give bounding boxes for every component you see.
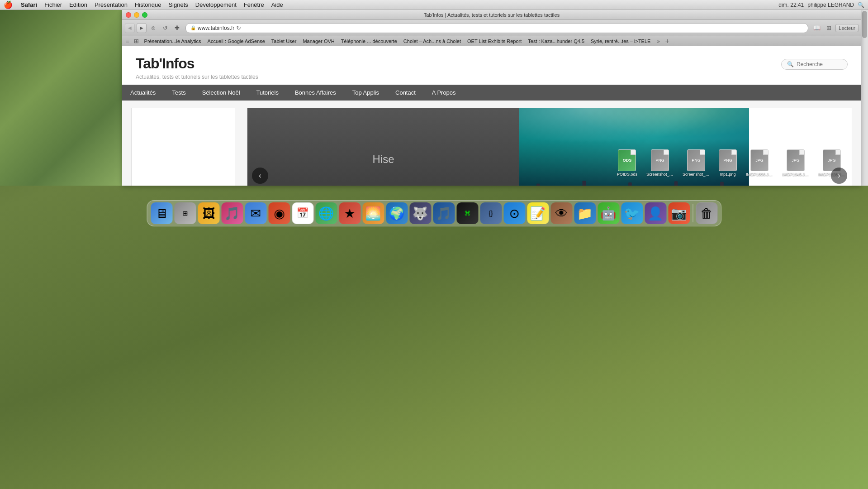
bookmark-add-button[interactable]: + bbox=[664, 37, 671, 45]
svg-rect-14 bbox=[720, 182, 724, 186]
dock-trash[interactable]: 🗑 bbox=[696, 202, 717, 224]
dock-itunes[interactable]: 🎵 bbox=[221, 202, 243, 224]
menubar-user: philippe LEGRAND bbox=[807, 2, 854, 8]
grid-view-icon[interactable]: ⊞ bbox=[132, 38, 141, 44]
file-poids[interactable]: ODS POIDS.ods bbox=[617, 149, 637, 177]
dock-mail[interactable]: ✉ bbox=[245, 202, 266, 224]
reload-icon[interactable]: ↺ bbox=[160, 23, 170, 33]
dock-preview-app[interactable]: 👁 bbox=[550, 202, 572, 224]
menubar: 🍎 Safari Fichier Edition Présentation Hi… bbox=[0, 0, 868, 10]
site-title: Tab'Infos bbox=[136, 55, 258, 72]
dock-terminal-app[interactable]: ⌘ bbox=[456, 202, 478, 224]
file-mp1[interactable]: PNG mp1.png bbox=[719, 149, 737, 177]
dock-star-app[interactable]: ★ bbox=[339, 202, 360, 224]
file-imgp1645[interactable]: JPG IMGP1645.JPG bbox=[782, 149, 809, 177]
menubar-signets[interactable]: Signets bbox=[165, 1, 191, 8]
lock-icon: 🔒 bbox=[190, 25, 196, 30]
file-imgp1656[interactable]: JPG IMGP1656.JPG bbox=[746, 149, 773, 177]
menubar-presentation[interactable]: Présentation bbox=[91, 1, 131, 8]
site-header: Tab'Infos Actualités, tests et tutoriels… bbox=[122, 46, 861, 85]
dock-notes-app[interactable]: 📝 bbox=[527, 202, 549, 224]
dock-twitter-app[interactable]: 🐦 bbox=[621, 202, 643, 224]
dock-code-editor[interactable]: {} bbox=[480, 202, 502, 224]
dock-music-player[interactable]: 🎵 bbox=[433, 202, 455, 224]
dock-folders-app[interactable]: 📁 bbox=[574, 202, 596, 224]
search-input[interactable] bbox=[797, 61, 842, 67]
dock-globe[interactable]: 🌐 bbox=[315, 202, 337, 224]
dock-img-viewer[interactable]: 🌅 bbox=[362, 202, 384, 224]
title-bar: Tab'Infos | Actualités, tests et tutorie… bbox=[122, 10, 861, 20]
dock-calendar[interactable]: 📅 bbox=[292, 202, 313, 224]
carousel-prev-button[interactable]: ‹ bbox=[252, 168, 268, 184]
dock-earth-browser[interactable]: 🌍 bbox=[386, 202, 408, 224]
dock-separator bbox=[693, 204, 693, 222]
svg-rect-10 bbox=[536, 183, 540, 186]
bookmark-oet[interactable]: OET List Exhibits Report bbox=[465, 38, 524, 44]
svg-rect-11 bbox=[583, 180, 586, 186]
menubar-safari[interactable]: Safari bbox=[17, 1, 41, 8]
dock-safari-app[interactable]: ⊙ bbox=[503, 202, 525, 224]
menubar-aide[interactable]: Aide bbox=[268, 1, 287, 8]
grid-icon[interactable]: ⊞ bbox=[824, 23, 834, 33]
new-tab-icon[interactable]: ✚ bbox=[172, 23, 182, 33]
svg-rect-13 bbox=[674, 181, 678, 186]
nav-top-applis[interactable]: Top Applis bbox=[344, 85, 387, 101]
dock-omnifocus[interactable]: ◉ bbox=[268, 202, 290, 224]
nav-selection-noel[interactable]: Sélection Noël bbox=[194, 85, 248, 101]
bookmarks-toggle-icon[interactable]: ≡ bbox=[124, 38, 131, 44]
dock-photos-app[interactable]: 📷 bbox=[668, 202, 690, 224]
dock-user-app[interactable]: 👤 bbox=[645, 202, 666, 224]
nav-contact[interactable]: Contact bbox=[387, 85, 424, 101]
menubar-search-icon[interactable]: 🔍 bbox=[858, 2, 864, 8]
reader-button[interactable]: Lecteur bbox=[835, 24, 859, 32]
bookmarks-icon[interactable]: 📖 bbox=[812, 23, 822, 33]
share-icon[interactable]: ⎋ bbox=[148, 23, 158, 33]
nav-bonnes-affaires[interactable]: Bonnes Affaires bbox=[287, 85, 344, 101]
menubar-fichier[interactable]: Fichier bbox=[41, 1, 66, 8]
bookmark-ovh[interactable]: Manager OVH bbox=[300, 38, 337, 44]
bookmarks-more[interactable]: » bbox=[654, 38, 662, 44]
file-label-screenshot1: Screenshot_201 4-03-...-55.png bbox=[646, 172, 674, 177]
refresh-button[interactable]: ↻ bbox=[236, 24, 241, 31]
file-screenshot1[interactable]: PNG Screenshot_201 4-03-...-55.png bbox=[646, 149, 674, 177]
bookmark-adsense[interactable]: Accueil : Google AdSense bbox=[205, 38, 268, 44]
menubar-dev[interactable]: Développement bbox=[192, 1, 240, 8]
bookmark-syrie[interactable]: Syrie, rentré...tes – i>TELE bbox=[588, 38, 653, 44]
window-controls[interactable] bbox=[126, 12, 147, 18]
search-icon: 🔍 bbox=[787, 61, 794, 67]
menubar-edition[interactable]: Edition bbox=[66, 1, 91, 8]
address-text: www.tabinfos.fr bbox=[198, 25, 234, 31]
dock-wolf-app[interactable]: 🐺 bbox=[409, 202, 431, 224]
dock-gallery[interactable]: 🖼 bbox=[198, 202, 219, 224]
dock-launchpad[interactable]: ⊞ bbox=[174, 202, 196, 224]
file-icon-screenshot2: PNG bbox=[687, 149, 705, 171]
nav-actualites[interactable]: Actualités bbox=[122, 85, 164, 101]
nav-a-propos[interactable]: A Propos bbox=[424, 85, 464, 101]
nav-tests[interactable]: Tests bbox=[164, 85, 194, 101]
file-screenshot2[interactable]: PNG Screenshot_201 4-03-...-07.png bbox=[683, 149, 710, 177]
file-label-screenshot2: Screenshot_201 4-03-...-07.png bbox=[683, 172, 710, 177]
forward-button[interactable]: ▶ bbox=[137, 23, 147, 33]
dock-finder[interactable]: 🖥 bbox=[151, 202, 172, 224]
address-bar[interactable]: 🔒 www.tabinfos.fr ↻ bbox=[185, 23, 808, 33]
bookmark-tablet[interactable]: Tablet User bbox=[269, 38, 299, 44]
minimize-button[interactable] bbox=[134, 12, 139, 18]
svg-rect-12 bbox=[628, 182, 632, 186]
scrollbar-thumb[interactable] bbox=[862, 11, 867, 38]
back-button[interactable]: ◀ bbox=[125, 23, 135, 33]
window-title: Tab'Infos | Actualités, tests et tutorie… bbox=[424, 12, 560, 18]
dock-android-app[interactable]: 🤖 bbox=[598, 202, 619, 224]
nav-tutoriels[interactable]: Tutoriels bbox=[248, 85, 287, 101]
carousel-next-button[interactable]: › bbox=[831, 168, 847, 184]
search-box[interactable]: 🔍 bbox=[781, 59, 848, 70]
bookmark-telephonie[interactable]: Téléphonie ... découverte bbox=[338, 38, 400, 44]
desktop-files: ODS POIDS.ods PNG Screenshot_201 4-03-..… bbox=[0, 145, 868, 181]
menubar-fenetre[interactable]: Fenêtre bbox=[240, 1, 268, 8]
bookmark-cholet[interactable]: Cholet – Ach...ns à Cholet bbox=[401, 38, 464, 44]
maximize-button[interactable] bbox=[142, 12, 147, 18]
close-button[interactable] bbox=[126, 12, 131, 18]
bookmark-test[interactable]: Test : Kaza...hunder Q4.5 bbox=[525, 38, 587, 44]
bookmark-presentation[interactable]: Présentation...le Analytics bbox=[142, 38, 204, 44]
menubar-historique[interactable]: Historique bbox=[131, 1, 165, 8]
apple-menu[interactable]: 🍎 bbox=[4, 0, 13, 9]
